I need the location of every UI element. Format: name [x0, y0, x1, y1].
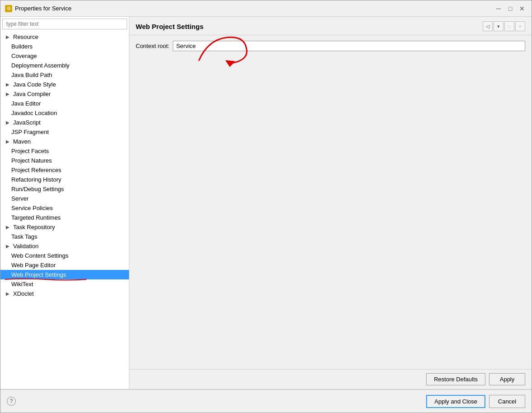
tree-arrow-task-repository: ▶: [6, 225, 11, 230]
tree-item-java-code-style[interactable]: ▶Java Code Style: [0, 80, 129, 89]
tree-label-java-code-style: Java Code Style: [13, 81, 56, 88]
tree-label-deployment-assembly: Deployment Assembly: [11, 62, 70, 69]
tree-label-web-page-editor: Web Page Editor: [11, 262, 56, 269]
tree-label-project-facets: Project Facets: [11, 148, 49, 154]
tree-item-web-page-editor[interactable]: Web Page Editor: [0, 260, 129, 270]
nav-forward-dropdown-button[interactable]: ▾: [515, 21, 525, 31]
tree-label-run-debug-settings: Run/Debug Settings: [11, 186, 64, 192]
cancel-button[interactable]: Cancel: [489, 395, 525, 408]
close-button[interactable]: ✕: [517, 4, 527, 14]
tree-item-java-build-path[interactable]: Java Build Path: [0, 70, 129, 80]
tree-item-run-debug-settings[interactable]: Run/Debug Settings: [0, 184, 129, 194]
tree-label-task-tags: Task Tags: [11, 233, 38, 240]
tree-item-jsp-fragment[interactable]: JSP Fragment: [0, 127, 129, 137]
tree-item-task-tags[interactable]: Task Tags: [0, 232, 129, 241]
tree-item-java-compiler[interactable]: ▶Java Compiler: [0, 89, 129, 99]
nav-back-button[interactable]: ◁: [483, 21, 493, 31]
title-controls: ─ □ ✕: [494, 4, 527, 14]
tree-item-wikitext[interactable]: WikiText: [0, 279, 129, 289]
tree-label-java-build-path: Java Build Path: [11, 72, 52, 78]
help-button[interactable]: ?: [7, 397, 16, 406]
tree-label-refactoring-history: Refactoring History: [11, 176, 62, 183]
right-panel-title: Web Project Settings: [136, 23, 204, 30]
nav-forward-button[interactable]: ▷: [504, 21, 514, 31]
tree-item-refactoring-history[interactable]: Refactoring History: [0, 175, 129, 184]
left-panel: ▶ResourceBuildersCoverageDeployment Asse…: [0, 17, 129, 389]
tree-item-web-project-settings[interactable]: Web Project Settings: [0, 270, 129, 279]
tree-item-resource[interactable]: ▶Resource: [0, 32, 129, 42]
tree-label-web-project-settings: Web Project Settings: [11, 271, 66, 278]
tree-item-project-references[interactable]: Project References: [0, 165, 129, 175]
tree-item-javadoc-location[interactable]: Javadoc Location: [0, 108, 129, 118]
tree-arrow-javascript: ▶: [6, 120, 11, 125]
tree-item-validation[interactable]: ▶Validation: [0, 241, 129, 251]
tree-item-builders[interactable]: Builders: [0, 42, 129, 51]
filter-input[interactable]: [2, 19, 127, 29]
properties-dialog: ⚙ Properties for Service ─ □ ✕ ▶Resource…: [0, 0, 532, 413]
right-panel: Web Project Settings ◁ ▾ ▷ ▾ Context roo…: [129, 17, 532, 389]
tree-arrow-java-code-style: ▶: [6, 82, 11, 87]
tree-arrow-xdoclet: ▶: [6, 291, 11, 296]
dialog-footer: ? Apply and Close Cancel: [0, 389, 532, 413]
svg-marker-0: [225, 60, 235, 67]
tree-arrow-java-compiler: ▶: [6, 91, 11, 96]
tree-arrow-validation: ▶: [6, 244, 11, 249]
tree-item-project-facets[interactable]: Project Facets: [0, 146, 129, 156]
tree-item-task-repository[interactable]: ▶Task Repository: [0, 222, 129, 232]
tree-label-web-content-settings: Web Content Settings: [11, 252, 68, 259]
apply-and-close-button[interactable]: Apply and Close: [426, 395, 485, 408]
tree-item-java-editor[interactable]: Java Editor: [0, 99, 129, 108]
tree-label-resource: Resource: [13, 34, 38, 40]
tree-label-project-references: Project References: [11, 167, 62, 173]
tree-label-javadoc-location: Javadoc Location: [11, 110, 57, 116]
tree-label-project-natures: Project Natures: [11, 157, 52, 164]
dialog-title: Properties for Service: [15, 5, 71, 12]
nav-buttons: ◁ ▾ ▷ ▾: [483, 21, 525, 31]
main-content: ▶ResourceBuildersCoverageDeployment Asse…: [0, 17, 532, 389]
nav-back-dropdown-button[interactable]: ▾: [494, 21, 504, 31]
context-root-input[interactable]: [173, 41, 525, 51]
context-root-row: Context root:: [136, 41, 525, 51]
tree-item-targeted-runtimes[interactable]: Targeted Runtimes: [0, 213, 129, 222]
context-root-label: Context root:: [136, 43, 169, 49]
tree-label-xdoclet: XDoclet: [13, 290, 34, 297]
tree-label-javascript: JavaScript: [13, 119, 41, 126]
footer-left: ?: [7, 397, 16, 406]
tree-item-deployment-assembly[interactable]: Deployment Assembly: [0, 61, 129, 70]
tree-label-maven: Maven: [13, 138, 31, 145]
apply-button[interactable]: Apply: [489, 373, 525, 385]
tree-label-server: Server: [11, 195, 28, 202]
right-header: Web Project Settings ◁ ▾ ▷ ▾: [129, 17, 532, 35]
tree-label-builders: Builders: [11, 43, 33, 50]
tree-item-web-content-settings[interactable]: Web Content Settings: [0, 251, 129, 260]
tree-label-java-editor: Java Editor: [11, 100, 41, 107]
restore-defaults-button[interactable]: Restore Defaults: [426, 373, 485, 385]
tree-label-java-compiler: Java Compiler: [13, 91, 51, 97]
tree-list: ▶ResourceBuildersCoverageDeployment Asse…: [0, 31, 129, 389]
tree-label-targeted-runtimes: Targeted Runtimes: [11, 214, 61, 221]
right-content: Context root:: [129, 35, 532, 369]
maximize-button[interactable]: □: [505, 4, 515, 14]
dialog-icon: ⚙: [5, 5, 12, 12]
footer-right: Apply and Close Cancel: [426, 395, 525, 408]
tree-item-server[interactable]: Server: [0, 194, 129, 203]
tree-item-project-natures[interactable]: Project Natures: [0, 156, 129, 165]
tree-item-xdoclet[interactable]: ▶XDoclet: [0, 289, 129, 298]
tree-item-maven[interactable]: ▶Maven: [0, 137, 129, 146]
tree-item-javascript[interactable]: ▶JavaScript: [0, 118, 129, 127]
tree-arrow-resource: ▶: [6, 34, 11, 39]
right-bottom-buttons: Restore Defaults Apply: [129, 369, 532, 389]
tree-label-task-repository: Task Repository: [13, 224, 55, 231]
tree-label-wikitext: WikiText: [11, 281, 33, 288]
tree-item-service-policies[interactable]: Service Policies: [0, 203, 129, 213]
title-bar: ⚙ Properties for Service ─ □ ✕: [0, 0, 532, 17]
title-bar-left: ⚙ Properties for Service: [5, 5, 71, 12]
tree-label-validation: Validation: [13, 243, 38, 250]
annotation-arrow: [172, 35, 271, 67]
tree-arrow-maven: ▶: [6, 139, 11, 144]
minimize-button[interactable]: ─: [494, 4, 504, 14]
tree-label-coverage: Coverage: [11, 53, 37, 59]
tree-item-coverage[interactable]: Coverage: [0, 51, 129, 61]
tree-label-jsp-fragment: JSP Fragment: [11, 129, 49, 135]
tree-label-service-policies: Service Policies: [11, 205, 53, 211]
